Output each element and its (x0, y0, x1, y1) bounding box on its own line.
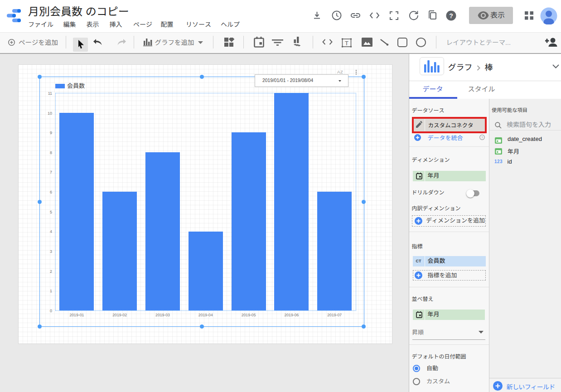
svg-text:T: T (345, 40, 348, 47)
svg-text:?: ? (449, 12, 453, 19)
svg-text:?: ? (481, 136, 484, 140)
